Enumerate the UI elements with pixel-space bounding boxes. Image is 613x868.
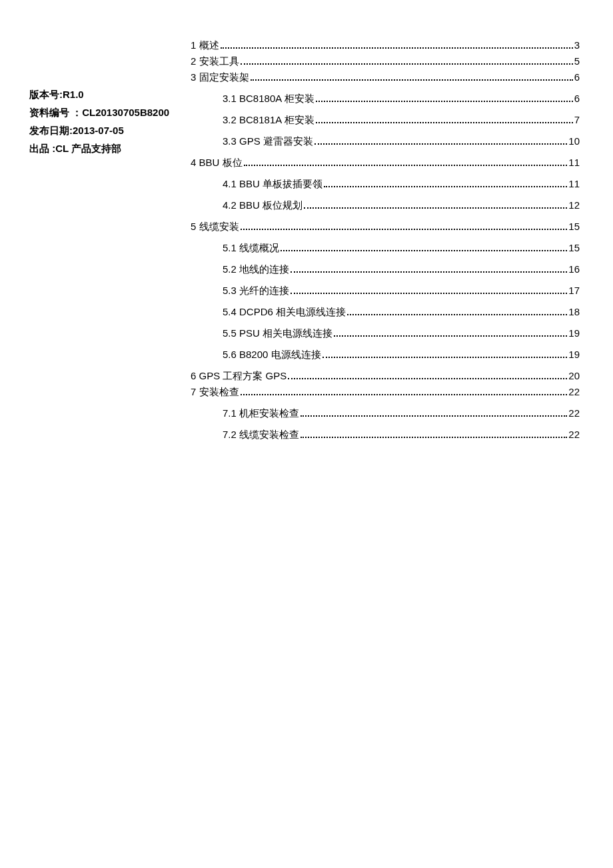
docnum-value: CL20130705B8200: [82, 107, 169, 118]
toc-entry-title: 5.3 光纤的连接: [223, 284, 289, 297]
toc-entry-page: 22: [568, 428, 580, 441]
publisher-row: 出品 :CL 产品支持部: [29, 139, 183, 157]
toc-leader-dots: [347, 314, 567, 315]
toc-entry-page: 12: [568, 199, 580, 211]
toc-entry: 5 线缆安装 15: [191, 220, 580, 233]
toc-entry-title: 5.6 B8200 电源线连接: [223, 348, 321, 361]
toc-leader-dots: [291, 293, 567, 294]
toc-entry: 4.2 BBU 板位规划 12: [191, 199, 580, 211]
toc-leader-dots: [288, 378, 567, 379]
toc-entry: 5.2 地线的连接 16: [191, 263, 580, 275]
toc-entry: 5.3 光纤的连接 17: [191, 284, 580, 297]
toc-entry: 2 安装工具 5: [191, 55, 580, 67]
toc-entry-title: 7 安装检查: [191, 385, 239, 398]
toc-entry-title: 4.2 BBU 板位规划: [223, 199, 303, 211]
toc-entry-title: 5.5 PSU 相关电源线连接: [223, 327, 332, 339]
toc-entry-page: 6: [574, 92, 580, 105]
toc-leader-dots: [281, 250, 567, 251]
toc-leader-dots: [241, 63, 573, 65]
toc-entry-page: 22: [568, 407, 580, 419]
toc-entry: 4.1 BBU 单板拔插要领 11: [191, 177, 580, 190]
toc-entry-page: 19: [568, 348, 580, 361]
toc-entry: 3.1 BC8180A 柜安装 6: [191, 92, 580, 105]
toc-leader-dots: [316, 101, 573, 102]
toc-entry-page: 7: [574, 113, 580, 126]
toc-entry-page: 16: [568, 263, 580, 275]
toc-leader-dots: [304, 207, 567, 209]
toc-entry-page: 22: [568, 385, 580, 398]
toc-leader-dots: [322, 357, 568, 358]
pubdate-value: 2013-07-05: [73, 125, 124, 136]
publisher-label: 出品 :: [29, 143, 55, 154]
toc-entry-title: 4.1 BBU 单板拔插要领: [223, 177, 322, 190]
toc-leader-dots: [241, 229, 568, 230]
toc-leader-dots: [291, 271, 567, 273]
pubdate-row: 发布日期:2013-07-05: [29, 121, 183, 139]
document-page: 版本号:R1.0 资料编号 ：CL20130705B8200 发布日期:2013…: [0, 0, 613, 868]
toc-entry-title: 5.1 线缆概况: [223, 241, 279, 254]
metadata-sidebar: 版本号:R1.0 资料编号 ：CL20130705B8200 发布日期:2013…: [29, 85, 183, 157]
toc-entry: 3 固定安装架 6: [191, 71, 580, 83]
toc-entry-page: 15: [568, 241, 580, 254]
toc-entry: 3.2 BC8181A 柜安装 7: [191, 113, 580, 126]
toc-entry-title: 1 概述: [191, 39, 219, 51]
toc-entry-page: 11: [568, 177, 580, 190]
toc-leader-dots: [324, 186, 567, 187]
toc-leader-dots: [316, 122, 573, 123]
toc-entry-title: 3.2 BC8181A 柜安装: [223, 113, 314, 126]
toc-entry: 7.1 机柜安装检查 22: [191, 407, 580, 419]
toc-entry-title: 7.2 线缆安装检查: [223, 428, 299, 441]
toc-entry: 6 GPS 工程方案 GPS 20: [191, 369, 580, 382]
toc-entry: 1 概述 3: [191, 39, 580, 51]
toc-entry: 7.2 线缆安装检查 22: [191, 428, 580, 441]
publisher-value: CL 产品支持部: [55, 143, 121, 154]
table-of-contents: 1 概述 32 安装工具 53 固定安装架 63.1 BC8180A 柜安装 6…: [191, 39, 580, 449]
toc-leader-dots: [314, 143, 567, 145]
version-value: R1.0: [63, 89, 84, 100]
toc-entry-title: 5 线缆安装: [191, 220, 239, 233]
toc-entry: 5.4 DCPD6 相关电源线连接 18: [191, 305, 580, 318]
toc-entry: 5.1 线缆概况 15: [191, 241, 580, 254]
version-row: 版本号:R1.0: [29, 85, 183, 103]
toc-entry-title: 4 BBU 板位: [191, 156, 243, 169]
toc-leader-dots: [334, 335, 567, 337]
toc-entry: 5.5 PSU 相关电源线连接 19: [191, 327, 580, 339]
toc-leader-dots: [301, 437, 567, 438]
docnum-row: 资料编号 ：CL20130705B8200: [29, 103, 183, 121]
toc-entry-page: 19: [568, 327, 580, 339]
toc-entry-title: 3.3 GPS 避雷器安装: [223, 135, 313, 147]
toc-entry-page: 6: [574, 71, 580, 83]
toc-entry-page: 11: [568, 156, 580, 169]
docnum-label: 资料编号 ：: [29, 107, 82, 118]
toc-entry-page: 10: [568, 135, 580, 147]
toc-entry-title: 6 GPS 工程方案 GPS: [191, 369, 287, 382]
toc-entry-title: 3 固定安装架: [191, 71, 249, 83]
toc-entry-title: 7.1 机柜安装检查: [223, 407, 299, 419]
toc-entry: 3.3 GPS 避雷器安装 10: [191, 135, 580, 147]
toc-entry-page: 20: [568, 369, 580, 382]
toc-entry-title: 5.2 地线的连接: [223, 263, 289, 275]
toc-leader-dots: [221, 47, 573, 49]
toc-leader-dots: [251, 79, 573, 81]
toc-leader-dots: [301, 415, 567, 417]
toc-leader-dots: [244, 165, 568, 166]
toc-entry-page: 5: [574, 55, 580, 67]
toc-entry-page: 15: [568, 220, 580, 233]
toc-entry-title: 5.4 DCPD6 相关电源线连接: [223, 305, 346, 318]
version-label: 版本号:: [29, 89, 63, 100]
toc-entry-page: 17: [568, 284, 580, 297]
pubdate-label: 发布日期:: [29, 125, 73, 136]
toc-entry: 5.6 B8200 电源线连接 19: [191, 348, 580, 361]
toc-leader-dots: [241, 394, 568, 395]
toc-entry: 4 BBU 板位 11: [191, 156, 580, 169]
toc-entry: 7 安装检查 22: [191, 385, 580, 398]
toc-entry-title: 3.1 BC8180A 柜安装: [223, 92, 314, 105]
toc-entry-title: 2 安装工具: [191, 55, 239, 67]
toc-entry-page: 3: [574, 39, 580, 51]
toc-entry-page: 18: [568, 305, 580, 318]
